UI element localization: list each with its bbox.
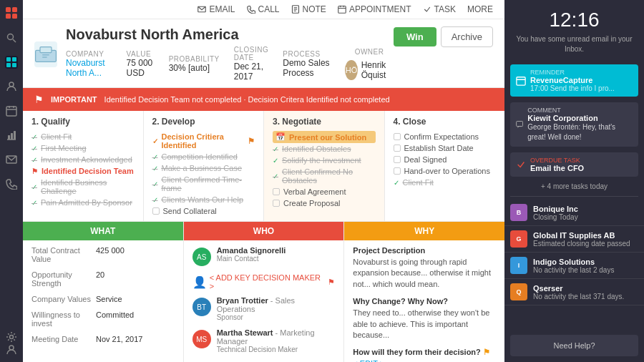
stage-item[interactable]: ✓ Client Fit xyxy=(394,177,497,188)
need-help-label: Need Help? xyxy=(553,341,595,350)
stage-item-verbal[interactable]: Verbal Agreement xyxy=(273,186,376,197)
stage-item-decision-criteria[interactable]: ✓ Decision Critiera Identified ⚑ xyxy=(152,131,255,151)
why-text: Novaburst is going through rapid expansi… xyxy=(353,257,496,290)
stage-item[interactable]: ✓ Client Fit xyxy=(31,131,135,142)
stage-item[interactable]: Hand-over to Operations xyxy=(394,165,497,177)
calendar-icon: 📅 xyxy=(275,132,286,142)
svg-rect-0 xyxy=(6,7,11,12)
stage-item[interactable]: ✓ Pain Admitted By Sponsor xyxy=(31,197,135,208)
why-edit-link[interactable]: < EDIT > xyxy=(353,359,496,362)
sidebar-icon-settings[interactable] xyxy=(5,331,18,343)
check-icon: ✓ xyxy=(31,156,37,164)
stage-item-decision-team[interactable]: ⚑ Identified Decision Team xyxy=(31,165,135,177)
check-icon: ✓ xyxy=(152,153,158,161)
stage-item[interactable]: Deal Signed xyxy=(394,154,497,165)
company-sub: Closing Today xyxy=(533,213,578,221)
probability-value: 30% [auto] xyxy=(169,63,220,73)
meta-value: VALUE 75 000 USD xyxy=(127,50,155,78)
important-icon: ⚑ xyxy=(34,94,44,105)
col-what: WHAT Total Contract Value 425 000 Opport… xyxy=(23,222,184,362)
svg-rect-27 xyxy=(338,6,346,14)
need-help-button[interactable]: Need Help? xyxy=(510,335,638,356)
why-project-desc: Project Description Novaburst is going t… xyxy=(353,246,496,290)
stage-close: 4. Close Confirm Expectations Establish … xyxy=(385,111,505,221)
contact-name: Amanda Signorelli xyxy=(217,246,336,255)
meta-probability: PROBABILITY 30% [auto] xyxy=(169,55,220,73)
contact-bryan: BT Bryan Trottier - Sales Operations Spo… xyxy=(192,296,336,321)
company-item[interactable]: B Bonique Inc Closing Today xyxy=(504,200,644,226)
check-icon: ✓ xyxy=(152,165,158,172)
stage-item[interactable]: ✓ Make a Business Case xyxy=(152,162,255,174)
field-value: 425 000 xyxy=(96,246,125,263)
reminder-card[interactable]: REMINDER RevenueCapture 17:00 Send the i… xyxy=(510,64,638,97)
call-action[interactable]: CALL xyxy=(247,4,280,14)
note-action[interactable]: NOTE xyxy=(291,4,326,14)
comment-card[interactable]: COMMENT Kiewit Corporation George Bronté… xyxy=(510,102,638,147)
svg-rect-1 xyxy=(12,7,17,12)
owner-label: OWNER xyxy=(355,48,384,56)
stage-item[interactable]: ✓ Identified Obstacles xyxy=(273,143,376,155)
stage-item[interactable]: Confirm Expectations xyxy=(394,131,497,142)
task-card[interactable]: OVERDUE TASK Email the CFO xyxy=(510,152,638,177)
email-action[interactable]: EMAIL xyxy=(197,4,235,14)
sidebar-icon-search[interactable] xyxy=(5,31,18,44)
deal-header: Novaburst North America COMPANY Novaburs… xyxy=(23,19,504,88)
archive-button[interactable]: Archive xyxy=(441,26,493,47)
stage-item[interactable]: ✓ Competition Identified xyxy=(152,151,255,162)
contact-sub: Sponsor xyxy=(217,313,336,321)
stage-item[interactable]: ✓ Investment Acknowledged xyxy=(31,154,135,165)
stage-item[interactable]: ✓ Solidify the Investment xyxy=(273,155,376,166)
stage-item-proposal[interactable]: Create Proposal xyxy=(273,197,376,209)
field-company-values: Company Values Service xyxy=(31,295,175,303)
contact-role: Main Contact xyxy=(217,255,336,263)
company-item[interactable]: I Indigo Solutions No activity the last … xyxy=(504,253,644,279)
company-icon: I xyxy=(510,257,527,274)
company-item[interactable]: G Global IT Supplies AB Estimated closin… xyxy=(504,226,644,253)
empty-check-icon xyxy=(394,145,401,152)
sidebar-icon-calendar[interactable] xyxy=(5,104,18,117)
reminder-header: REMINDER RevenueCapture 17:00 Send the i… xyxy=(510,64,638,97)
stage-negotiate-title: 3. Negotiate xyxy=(273,117,376,127)
more-tasks[interactable]: + 4 more tasks today xyxy=(504,180,644,193)
sidebar-icon-phone[interactable] xyxy=(5,177,18,190)
empty-check-icon xyxy=(394,167,401,175)
stage-item-present[interactable]: 📅 Present our Solution xyxy=(273,131,376,143)
stage-item[interactable]: Establish Start Date xyxy=(394,142,497,154)
company-sub: No activity the last 2 days xyxy=(533,266,614,274)
sidebar-icon-crm[interactable] xyxy=(5,56,18,69)
svg-rect-6 xyxy=(6,57,11,62)
check-icon: ✓ xyxy=(152,180,158,188)
stage-item[interactable]: ✓ Client Confirmed Time-frame xyxy=(152,174,255,194)
sidebar-icon-chart[interactable] xyxy=(5,129,18,142)
add-decision-maker[interactable]: 👤 < ADD KEY DECISION MAKER > ⚑ xyxy=(192,273,336,290)
stage-item[interactable]: ✓ Identified Business Challenge xyxy=(31,177,135,197)
company-list: B Bonique Inc Closing Today G Global IT … xyxy=(504,200,644,305)
empty-check-icon xyxy=(394,133,401,140)
svg-line-5 xyxy=(13,39,16,42)
important-label: IMPORTANT xyxy=(51,95,97,104)
sidebar-icon-people[interactable] xyxy=(5,80,18,93)
sidebar-icon-user[interactable] xyxy=(5,343,18,356)
stage-item[interactable]: ✓ Client Confirmed No Obstacles xyxy=(273,166,376,186)
svg-rect-11 xyxy=(6,107,16,116)
more-action[interactable]: MORE xyxy=(467,4,493,14)
win-button[interactable]: Win xyxy=(394,27,436,47)
stage-item-send-collateral[interactable]: Send Collateral xyxy=(152,205,255,217)
app-logo[interactable] xyxy=(4,6,19,20)
company-item[interactable]: Q Qserser No activity the last 371 days. xyxy=(504,279,644,305)
svg-rect-7 xyxy=(12,57,16,62)
meta-process: PROCESS Demo Sales Process xyxy=(283,50,331,78)
task-action[interactable]: TASK xyxy=(423,4,456,14)
appointment-action[interactable]: APPOINTMENT xyxy=(338,4,411,14)
stage-item[interactable]: ✓ First Meeting xyxy=(31,142,135,154)
company-icon: G xyxy=(510,230,527,248)
company-sub: No activity the last 371 days. xyxy=(533,293,624,300)
company-value[interactable]: Novaburst North A... xyxy=(66,58,112,78)
sidebar-icon-email[interactable] xyxy=(5,153,18,166)
stage-item[interactable]: ✓ Clients Wants Our Help xyxy=(152,194,255,205)
company-info: Bonique Inc Closing Today xyxy=(533,205,578,221)
svg-rect-33 xyxy=(40,47,52,52)
svg-rect-18 xyxy=(14,131,16,140)
call-label: CALL xyxy=(258,4,280,14)
svg-rect-3 xyxy=(12,14,17,19)
